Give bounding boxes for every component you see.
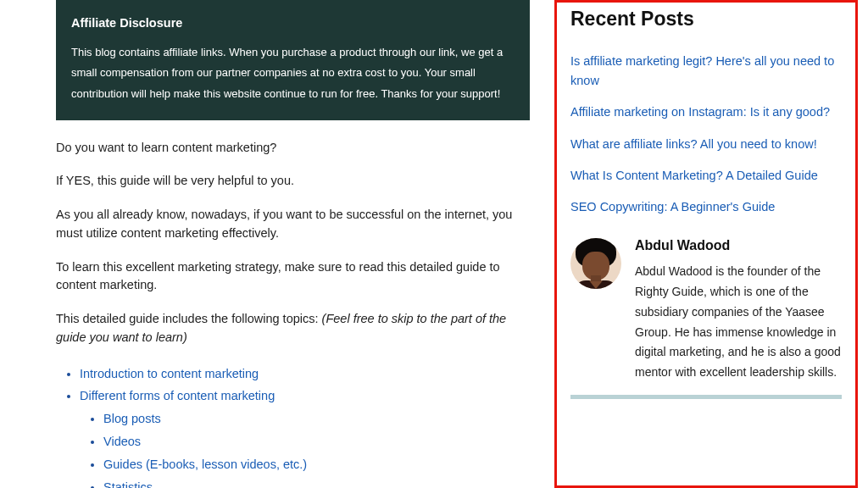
recent-post-link[interactable]: What Is Content Marketing? A Detailed Gu… (570, 169, 818, 182)
toc-item: Different forms of content marketing Blo… (80, 385, 530, 488)
disclosure-title: Affiliate Disclosure (71, 12, 515, 36)
toc-link-intro[interactable]: Introduction to content marketing (80, 367, 259, 380)
toc-link-videos[interactable]: Videos (103, 435, 141, 448)
toc-subitem: Videos (103, 430, 530, 453)
author-avatar (570, 238, 621, 289)
disclosure-body: This blog contains affiliate links. When… (71, 42, 515, 105)
recent-post-item: What Is Content Marketing? A Detailed Gu… (570, 165, 842, 185)
recent-post-item: SEO Copywriting: A Beginner's Guide (570, 197, 842, 216)
recent-post-item: Is affiliate marketing legit? Here's all… (570, 51, 842, 90)
recent-post-item: What are affiliate links? All you need t… (570, 134, 842, 153)
paragraph: If YES, this guide will be very helpful … (56, 172, 530, 191)
recent-post-link[interactable]: SEO Copywriting: A Beginner's Guide (570, 200, 775, 214)
paragraph: As you all already know, nowadays, if yo… (56, 206, 530, 243)
paragraph: Do you want to learn content marketing? (56, 139, 530, 158)
author-name: Abdul Wadood (635, 238, 842, 253)
toc-item: Introduction to content marketing (80, 363, 530, 385)
toc-link-blog-posts[interactable]: Blog posts (103, 412, 161, 425)
article-body: Do you want to learn content marketing? … (56, 139, 530, 488)
main-content: Affiliate Disclosure This blog contains … (0, 0, 538, 488)
toc-link-forms[interactable]: Different forms of content marketing (80, 389, 275, 402)
sidebar-divider (570, 395, 842, 399)
author-box: Abdul Wadood Abdul Wadood is the founder… (570, 238, 842, 383)
author-bio: Abdul Wadood is the founder of the Right… (635, 262, 842, 383)
toc-link-guides[interactable]: Guides (E-books, lesson videos, etc.) (103, 458, 307, 471)
recent-post-link[interactable]: Affiliate marketing on Instagram: Is it … (570, 105, 830, 119)
author-info: Abdul Wadood Abdul Wadood is the founder… (635, 238, 842, 383)
sidebar: Recent Posts Is affiliate marketing legi… (554, 0, 858, 488)
recent-post-item: Affiliate marketing on Instagram: Is it … (570, 102, 842, 121)
toc-subitem: Statistics (103, 476, 530, 488)
recent-post-link[interactable]: Is affiliate marketing legit? Here's all… (570, 54, 834, 87)
recent-post-link[interactable]: What are affiliate links? All you need t… (570, 137, 817, 151)
topics-intro: This detailed guide includes the followi… (56, 312, 322, 325)
paragraph: This detailed guide includes the followi… (56, 310, 530, 347)
toc-link-statistics[interactable]: Statistics (103, 480, 153, 488)
recent-posts-heading: Recent Posts (570, 8, 842, 30)
recent-posts-list: Is affiliate marketing legit? Here's all… (570, 51, 842, 216)
toc-subitem: Guides (E-books, lesson videos, etc.) (103, 453, 530, 476)
table-of-contents: Introduction to content marketing Differ… (56, 363, 530, 488)
affiliate-disclosure-box: Affiliate Disclosure This blog contains … (56, 0, 530, 120)
paragraph: To learn this excellent marketing strate… (56, 258, 530, 296)
toc-subitem: Blog posts (103, 408, 530, 430)
